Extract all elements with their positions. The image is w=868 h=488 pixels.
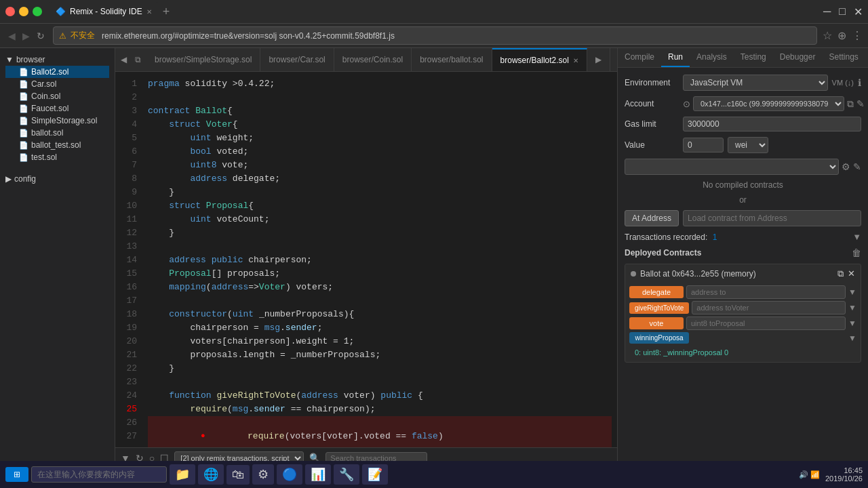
editor-tab-car[interactable]: browser/Car.sol xyxy=(260,48,334,72)
taskbar-app-word[interactable]: 📝 xyxy=(362,464,388,485)
method-row-vote: vote ▼ xyxy=(629,317,856,330)
edit-contract-btn[interactable]: ✎ xyxy=(853,161,861,172)
window-max-btn[interactable] xyxy=(33,7,42,16)
vote-method-btn[interactable]: vote xyxy=(629,317,684,329)
or-text: or xyxy=(625,195,861,205)
at-address-btn[interactable]: At Address xyxy=(625,210,679,226)
sidebar-item-label: ballot.sol xyxy=(31,128,63,138)
sidebar-item-test[interactable]: 📄 test.sol xyxy=(5,151,109,163)
sidebar-item-ballot2[interactable]: 📄 Ballot2.sol xyxy=(5,66,109,78)
maximize-icon[interactable]: □ xyxy=(839,5,846,18)
load-address-input[interactable] xyxy=(683,210,861,226)
add-account-btn[interactable]: ✎ xyxy=(856,98,865,109)
code-editor[interactable]: 1 2 3 4 5 6 7 8 9 10 11 12 13 14 15 16 1… xyxy=(115,72,617,447)
editor-tab-more[interactable]: ▶ xyxy=(587,48,610,72)
value-input[interactable] xyxy=(683,138,724,152)
os-window-controls[interactable]: ─ □ ✕ xyxy=(823,5,863,18)
transactions-count: 1 xyxy=(713,232,717,242)
taskbar-app-explorer[interactable]: 📁 xyxy=(170,464,195,485)
sidebar-item-simplestorage[interactable]: 📄 SimpleStorage.sol xyxy=(5,115,109,127)
nav-arrows: ◀ ▶ ↻ xyxy=(5,29,47,43)
new-tab-btn[interactable]: + xyxy=(163,5,170,18)
browser-tab-bar: 🔷 Remix - Solidity IDE ✕ + xyxy=(47,0,170,24)
window-close-btn[interactable] xyxy=(5,7,15,16)
tab-analysis[interactable]: Analysis xyxy=(690,48,734,67)
sidebar-item-faucet[interactable]: 📄 Faucet.sol xyxy=(5,102,109,115)
remove-contract-icon[interactable]: ✕ xyxy=(848,268,855,279)
delegate-method-btn[interactable]: delegate xyxy=(629,286,684,298)
account-select[interactable]: 0x147...c160c (99.9999999999938079 xyxy=(693,96,844,111)
extension-icon[interactable]: ⊕ xyxy=(837,29,846,42)
tab-run[interactable]: Run xyxy=(661,48,690,67)
window-controls[interactable] xyxy=(5,7,42,16)
taskbar-app-store[interactable]: 🛍 xyxy=(226,465,250,485)
delegate-expand-icon[interactable]: ▼ xyxy=(848,287,856,297)
sidebar-item-label: Ballot2.sol xyxy=(31,67,68,77)
editor-nav-left[interactable]: ◀ xyxy=(118,54,130,66)
code-line-20: voters[chairperson].weight = 1; xyxy=(148,335,612,348)
active-browser-tab[interactable]: 🔷 Remix - Solidity IDE ✕ xyxy=(47,2,160,21)
delegate-input[interactable] xyxy=(686,285,846,299)
tab-title: Remix - Solidity IDE xyxy=(70,7,142,16)
browser-section-header[interactable]: ▼ browser xyxy=(5,54,109,66)
editor-tab-ballot2[interactable]: browser/Ballot2.sol ✕ xyxy=(492,48,587,72)
give-right-method-btn[interactable]: giveRightToVote xyxy=(629,302,689,314)
code-content[interactable]: pragma solidity >0.4.22; contract Ballot… xyxy=(142,72,617,447)
sidebar-item-label: SimpleStorage.sol xyxy=(31,116,97,125)
editor-tab-simplestorage[interactable]: browser/SimpleStorage.sol xyxy=(146,48,260,72)
taskbar-app-ppt[interactable]: 📊 xyxy=(305,464,331,485)
system-tray-icons: 🔊 📶 xyxy=(799,470,820,479)
info-icon[interactable]: ℹ xyxy=(858,77,861,88)
address-input-bar[interactable]: ⚠ 不安全 remix.ethereum.org/#optimize=true&… xyxy=(53,26,817,45)
winning-expand-icon[interactable]: ▼ xyxy=(848,333,856,343)
give-right-input[interactable] xyxy=(692,301,846,314)
value-unit-select[interactable]: wei xyxy=(728,137,768,153)
contracts-dropdown[interactable] xyxy=(625,159,839,175)
editor-nav-split[interactable]: ⧉ xyxy=(132,54,144,66)
copy-contract-icon[interactable]: ⧉ xyxy=(837,268,844,279)
config-section-header[interactable]: ▶ config xyxy=(0,171,115,186)
editor-tab-close-icon[interactable]: ✕ xyxy=(573,57,578,64)
at-address-row: At Address xyxy=(625,210,861,226)
file-icon: 📄 xyxy=(19,141,28,150)
back-btn[interactable]: ◀ xyxy=(5,29,18,43)
sidebar-item-ballot-test[interactable]: 📄 ballot_test.sol xyxy=(5,139,109,151)
environment-select[interactable]: JavaScript VM xyxy=(683,75,828,91)
menu-icon[interactable]: ⋮ xyxy=(852,29,863,42)
taskbar-app-edge[interactable]: 🌐 xyxy=(198,464,224,485)
bookmark-icon[interactable]: ☆ xyxy=(823,29,832,42)
taskbar-app-gear[interactable]: 🔧 xyxy=(334,464,359,485)
tab-compile[interactable]: Compile xyxy=(618,48,661,67)
settings-icon-btn[interactable]: ⚙ xyxy=(842,161,850,172)
close-window-icon[interactable]: ✕ xyxy=(854,5,863,18)
tab-debugger[interactable]: Debugger xyxy=(773,48,823,67)
give-right-expand-icon[interactable]: ▼ xyxy=(848,303,856,312)
minimize-icon[interactable]: ─ xyxy=(823,5,831,18)
sidebar-item-coin[interactable]: 📄 Coin.sol xyxy=(5,90,109,102)
taskbar-app-chrome[interactable]: 🔵 xyxy=(277,464,302,485)
winning-method-btn[interactable]: winningProposa xyxy=(629,332,689,344)
transactions-expand-icon[interactable]: ▼ xyxy=(852,232,861,242)
window-min-btn[interactable] xyxy=(19,7,28,16)
account-dot-icon: ⊙ xyxy=(683,99,690,109)
browser-section: ▼ browser 📄 Ballot2.sol 📄 Car.sol 📄 Coin… xyxy=(0,51,115,166)
start-button[interactable]: ⊞ xyxy=(5,467,28,482)
vote-expand-icon[interactable]: ▼ xyxy=(848,319,856,328)
tab-close-icon[interactable]: ✕ xyxy=(146,8,152,16)
sidebar-item-ballot[interactable]: 📄 ballot.sol xyxy=(5,127,109,139)
vote-input[interactable] xyxy=(686,317,846,330)
sidebar-item-car[interactable]: 📄 Car.sol xyxy=(5,78,109,90)
clear-contracts-icon[interactable]: 🗑 xyxy=(852,247,861,258)
reload-btn[interactable]: ↻ xyxy=(34,29,47,43)
forward-btn[interactable]: ▶ xyxy=(20,29,33,43)
copy-address-btn[interactable]: ⧉ xyxy=(847,98,854,110)
tab-testing[interactable]: Testing xyxy=(734,48,773,67)
tab-support[interactable]: Support xyxy=(865,48,868,67)
gas-limit-input[interactable] xyxy=(683,117,861,131)
taskbar-search-input[interactable] xyxy=(31,466,167,483)
editor-tab-ballot[interactable]: browser/ballot.sol xyxy=(412,48,492,72)
taskbar-app-settings[interactable]: ⚙ xyxy=(252,464,274,485)
tab-settings[interactable]: Settings xyxy=(822,48,865,67)
editor-tab-label: browser/Car.sol xyxy=(269,55,325,64)
editor-tab-coin[interactable]: browser/Coin.sol xyxy=(334,48,412,72)
